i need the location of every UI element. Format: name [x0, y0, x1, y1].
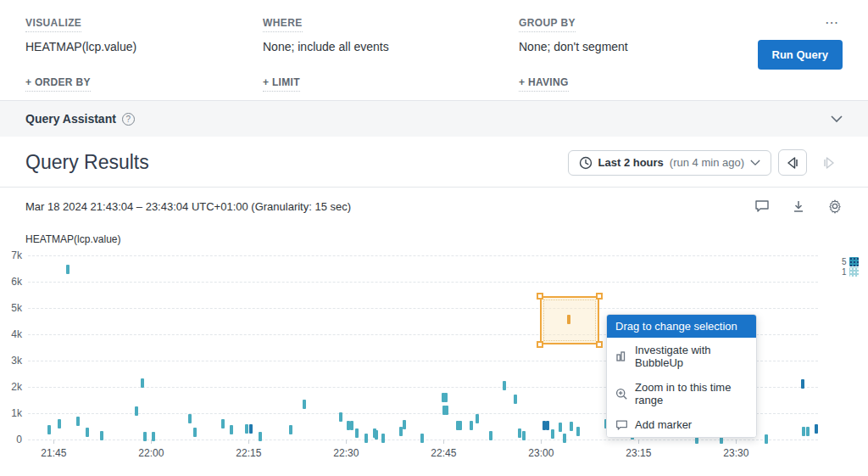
group-by-value[interactable]: None; don't segment [519, 40, 741, 53]
grid-line [28, 308, 818, 309]
query-assistant-bar[interactable]: Query Assistant ? [0, 100, 868, 137]
where-value[interactable]: None; include all events [263, 40, 519, 53]
x-axis-tick [248, 440, 249, 444]
heatmap-point [355, 428, 359, 438]
heatmap-point [364, 434, 368, 443]
heatmap-point [135, 406, 138, 416]
heatmap-point [381, 434, 385, 443]
run-query-button[interactable]: Run Query [758, 40, 843, 70]
selection-context-menu: Drag to change selection Investigate wit… [606, 314, 757, 438]
heatmap-point [339, 412, 342, 422]
help-icon[interactable]: ? [122, 113, 135, 126]
where-label[interactable]: WHERE [263, 17, 303, 32]
x-axis-tick [346, 440, 347, 444]
overflow-menu-icon[interactable]: ⋯ [821, 17, 843, 29]
selection-handle[interactable] [537, 341, 543, 348]
heatmap-point [802, 427, 805, 436]
time-window-text: Mar 18 2024 21:43:04 – 23:43:04 UTC+01:0… [25, 200, 351, 213]
heatmap-point [522, 431, 526, 440]
menu-item-add-marker[interactable]: Add marker [607, 412, 756, 437]
heatmap-point [476, 414, 479, 423]
heatmap-point [66, 265, 70, 274]
heatmap-point [221, 419, 225, 428]
query-assistant-title: Query Assistant [25, 112, 116, 126]
group-by-column: GROUP BY None; don't segment + HAVING [519, 17, 741, 92]
heatmap-point [86, 428, 89, 437]
heatmap-point [230, 425, 233, 434]
heatmap-point [459, 421, 462, 430]
y-axis-tick-label: 5k [0, 302, 22, 314]
heatmap-point [815, 424, 818, 434]
heatmap-point [259, 432, 262, 441]
query-builder: VISUALIZE HEATMAP(lcp.value) + ORDER BY … [0, 0, 868, 100]
heatmap-chart: 01k2k3k4k5k6k7k21:4522:0022:1522:3022:45… [0, 249, 868, 468]
heatmap-point [347, 421, 350, 430]
visualize-column: VISUALIZE HEATMAP(lcp.value) + ORDER BY [25, 17, 263, 92]
menu-item-label: Investigate with BubbleUp [635, 344, 748, 369]
x-axis-tick-label: 22:00 [138, 447, 164, 459]
heatmap-point [518, 428, 521, 438]
heatmap-point [375, 430, 378, 440]
x-axis-tick-label: 23:15 [626, 447, 651, 459]
legend-min-label: 1 [842, 267, 847, 277]
heatmap-point [546, 421, 549, 430]
x-axis-tick [638, 440, 639, 444]
history-back-icon [786, 157, 800, 169]
clock-icon [579, 156, 593, 170]
download-icon[interactable] [792, 199, 805, 214]
legend-max-label: 5 [842, 257, 847, 266]
heatmap-point [152, 432, 155, 441]
y-axis-tick-label: 2k [0, 381, 22, 393]
selection-handle[interactable] [596, 341, 603, 348]
history-forward-icon [821, 157, 836, 169]
heatmap-point [193, 428, 197, 437]
page-title: Query Results [25, 151, 149, 174]
menu-item-zoom-time-range[interactable]: Zoom in to this time range [607, 375, 756, 412]
x-axis-tick-label: 22:45 [431, 447, 456, 459]
time-range-label: Last 2 hours [598, 156, 664, 169]
context-menu-header: Drag to change selection [607, 315, 756, 338]
visualize-label[interactable]: VISUALIZE [25, 17, 81, 32]
results-info-row: Mar 18 2024 21:43:04 – 23:43:04 UTC+01:0… [0, 188, 868, 225]
previous-query-button[interactable] [778, 149, 807, 176]
heatmap-point [249, 424, 253, 434]
limit-button[interactable]: + LIMIT [263, 76, 300, 92]
time-range-selector[interactable]: Last 2 hours (run 4 min ago) [568, 150, 771, 176]
x-axis-tick-label: 22:15 [236, 447, 261, 459]
x-axis-tick-label: 23:30 [723, 447, 748, 459]
x-axis-tick [443, 440, 444, 444]
selection-handle[interactable] [537, 293, 543, 300]
heatmap-point [245, 424, 248, 434]
heatmap-point [76, 417, 80, 426]
menu-item-label: Zoom in to this time range [635, 381, 748, 406]
zoom-in-icon [615, 388, 628, 400]
heatmap-point [559, 423, 562, 432]
y-axis-tick-label: 0 [0, 434, 22, 445]
group-by-label[interactable]: GROUP BY [519, 17, 576, 32]
time-range-sublabel: (run 4 min ago) [670, 156, 744, 169]
gear-icon[interactable] [827, 199, 843, 214]
bubbleup-icon [615, 350, 628, 362]
heatmap-point [420, 434, 424, 443]
order-by-button[interactable]: + ORDER BY [25, 76, 91, 92]
heatmap-point [444, 393, 448, 402]
heatmap-point [470, 421, 473, 430]
selection-handle[interactable] [596, 293, 603, 300]
having-button[interactable]: + HAVING [519, 76, 569, 92]
heatmap-point [503, 381, 506, 390]
y-axis-tick-label: 7k [0, 249, 22, 261]
heatmap-point [765, 434, 768, 444]
heatmap-legend: 5 1 [842, 257, 859, 277]
chart-title: HEATMAP(lcp.value) [0, 225, 868, 245]
heatmap-point [806, 427, 810, 436]
heatmap-point [47, 425, 51, 434]
visualize-value[interactable]: HEATMAP(lcp.value) [25, 40, 263, 53]
comment-icon[interactable] [754, 199, 770, 213]
y-axis-tick-label: 4k [0, 328, 22, 340]
heatmap-point [551, 429, 554, 439]
menu-item-investigate-bubbleup[interactable]: Investigate with BubbleUp [607, 338, 756, 375]
x-axis-tick [541, 440, 542, 444]
chevron-down-icon[interactable] [831, 115, 843, 123]
where-column: WHERE None; include all events + LIMIT [263, 17, 519, 92]
legend-max-swatch [849, 257, 859, 266]
